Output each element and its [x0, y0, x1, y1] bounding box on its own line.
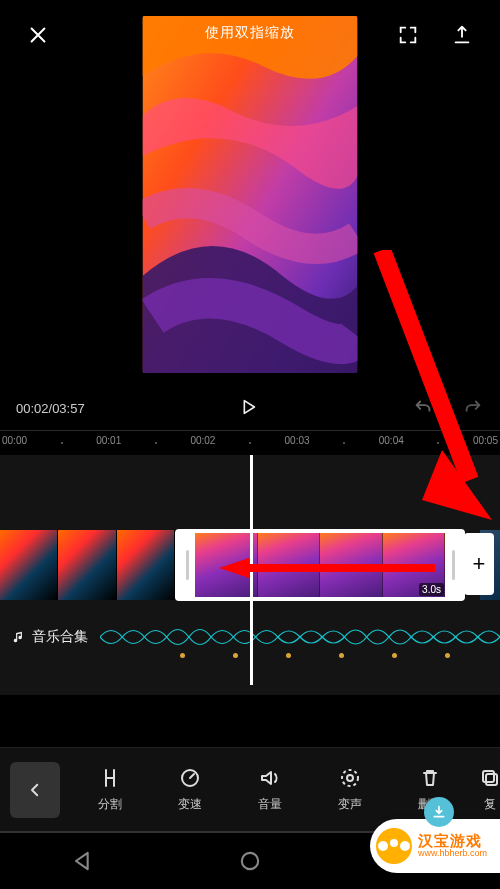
ruler-tick: 00:03 [285, 435, 310, 446]
svg-point-7 [242, 853, 258, 869]
voice-change-icon [338, 766, 362, 790]
undo-button[interactable] [412, 396, 434, 421]
timeline-ruler[interactable]: 00:00 00:01 00:02 00:03 00:04 00:05 [0, 430, 500, 450]
ruler-tick: 00:04 [379, 435, 404, 446]
clip-duration-label: 3.0s [419, 583, 444, 596]
close-button[interactable] [24, 21, 52, 49]
clip-trim-right[interactable] [445, 533, 461, 597]
copy-icon [478, 766, 500, 790]
close-icon [27, 24, 49, 46]
fullscreen-icon [397, 24, 419, 46]
video-clip-selected[interactable]: 3.0s [175, 529, 465, 601]
fullscreen-button[interactable] [394, 21, 422, 49]
redo-button[interactable] [462, 396, 484, 421]
nav-back-button[interactable] [69, 847, 97, 875]
video-preview[interactable]: 使用双指缩放 [143, 16, 358, 373]
toolbar-back-button[interactable] [10, 762, 60, 818]
tool-copy[interactable]: 复 [470, 766, 500, 813]
speed-icon [178, 766, 202, 790]
tool-speed[interactable]: 变速 [150, 766, 230, 813]
watermark-badge[interactable]: 汉宝游戏 www.hbherb.com [370, 819, 500, 873]
audio-beat-markers [180, 653, 500, 663]
circle-home-icon [236, 847, 264, 875]
tool-split[interactable]: 分割 [70, 766, 150, 813]
audio-track[interactable]: 音乐合集 [12, 619, 500, 655]
undo-icon [412, 396, 434, 418]
ruler-tick: 00:01 [96, 435, 121, 446]
pinch-hint: 使用双指缩放 [205, 24, 295, 42]
download-badge[interactable] [424, 797, 454, 827]
add-clip-button[interactable]: + [464, 533, 494, 595]
audio-waveform[interactable] [100, 622, 500, 652]
download-icon [431, 804, 447, 820]
tool-volume[interactable]: 音量 [230, 766, 310, 813]
volume-icon [258, 766, 282, 790]
playhead[interactable] [250, 455, 253, 685]
svg-rect-6 [483, 771, 494, 782]
export-icon [451, 24, 473, 46]
export-button[interactable] [448, 21, 476, 49]
watermark-title: 汉宝游戏 [418, 833, 487, 850]
ruler-tick: 00:00 [2, 435, 27, 446]
nav-home-button[interactable] [236, 847, 264, 875]
triangle-back-icon [69, 847, 97, 875]
preview-frame [143, 16, 358, 373]
chevron-left-icon [26, 781, 44, 799]
ruler-tick: 00:05 [473, 435, 498, 446]
tool-voice-change[interactable]: 变声 [310, 766, 390, 813]
clip-trim-left[interactable] [179, 533, 195, 597]
delete-icon [418, 766, 442, 790]
redo-icon [462, 396, 484, 418]
video-clip-1[interactable] [0, 530, 175, 600]
music-note-icon [12, 630, 26, 644]
svg-point-3 [342, 770, 358, 786]
svg-point-4 [347, 775, 353, 781]
split-icon [98, 766, 122, 790]
watermark-url: www.hbherb.com [418, 849, 487, 859]
audio-clip-label: 音乐合集 [12, 628, 88, 646]
watermark-logo-icon [376, 828, 412, 864]
svg-rect-5 [486, 774, 497, 785]
play-icon [237, 396, 259, 418]
time-display: 00:02/03:57 [16, 401, 85, 416]
plus-icon: + [473, 551, 486, 577]
ruler-tick: 00:02 [190, 435, 215, 446]
play-button[interactable] [237, 406, 259, 421]
